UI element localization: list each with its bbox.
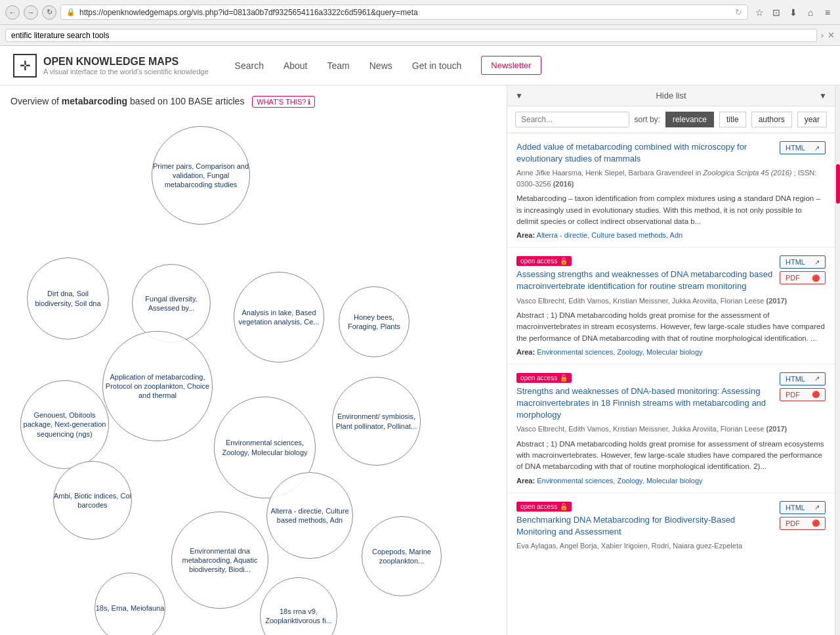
search-close-icon[interactable]: ✕: [828, 30, 835, 40]
browser-search-bar: › ✕: [0, 25, 840, 46]
external-link-icon: ↗: [814, 375, 820, 382]
area-tag[interactable]: Zoology: [617, 477, 642, 485]
html-button[interactable]: HTML ↗: [780, 372, 826, 385]
nav-get-in-touch[interactable]: Get in touch: [412, 60, 462, 71]
open-access-badge: open access 🔓: [516, 373, 572, 383]
pdf-button[interactable]: PDF 🔴: [780, 271, 826, 284]
html-button[interactable]: HTML ↗: [780, 255, 826, 269]
refresh-button[interactable]: ↻: [42, 5, 56, 20]
list-header: ▼ Hide list ▼: [507, 85, 835, 106]
bubble-environment-symbiosis[interactable]: Environment/ symbiosis, Plant pollinator…: [332, 377, 421, 466]
nav-news[interactable]: News: [369, 60, 392, 71]
sort-relevance-button[interactable]: relevance: [665, 112, 714, 127]
info-icon: ℹ: [308, 98, 310, 106]
nav-about[interactable]: About: [284, 60, 308, 71]
whats-this-button[interactable]: WHAT'S THIS? ℹ: [252, 96, 315, 108]
article-item: HTML ↗ PDF 🔴 open access 🔓 Benchmarking …: [507, 493, 835, 563]
bubble-fungal-diversity[interactable]: Fungal diversity, Assessed by...: [132, 264, 211, 343]
sort-year-button[interactable]: year: [797, 112, 827, 127]
article-actions: HTML ↗ PDF 🔴: [780, 255, 826, 284]
download-icon[interactable]: ⬇: [786, 5, 801, 20]
bubble-18s-erna[interactable]: 18s, Erna, Meiofauna: [94, 573, 165, 635]
logo-cross-icon: ✛: [20, 58, 31, 74]
bubble-alterra[interactable]: Alterra - directie, Culture based method…: [266, 472, 353, 559]
article-abstract: Abstract ; 1) DNA metabarcoding holds gr…: [516, 310, 826, 344]
article-item: HTML ↗ PDF 🔴 open access 🔓 Strengths and…: [507, 364, 835, 493]
url-text: https://openknowledgemaps.org/vis.php?id…: [79, 8, 731, 17]
article-abstract: Metabarcoding – taxon identification fro…: [516, 193, 826, 227]
bubble-analysis-lake[interactable]: Analysis in lake, Based vegetation analy…: [234, 272, 324, 362]
external-link-icon: ↗: [814, 504, 820, 511]
article-meta: Vasco Elbrecht, Edith Vamos, Kristian Me…: [516, 296, 826, 307]
bubble-18s-rrna[interactable]: 18s rrna v9, Zooplanktivorous fi...: [260, 577, 337, 635]
area-tag[interactable]: Molecular biology: [646, 477, 703, 485]
sort-label: sort by:: [635, 115, 660, 124]
sort-title-button[interactable]: title: [719, 112, 746, 127]
address-bar[interactable]: 🔒 https://openknowledgemaps.org/vis.php?…: [60, 5, 748, 20]
search-go-icon[interactable]: ›: [821, 30, 824, 40]
nav-search[interactable]: Search: [235, 60, 264, 71]
hide-list-button[interactable]: Hide list: [656, 91, 686, 100]
area-tag[interactable]: Alterra - directie: [537, 231, 588, 239]
newsletter-button[interactable]: Newsletter: [481, 56, 541, 75]
bubble-copepods[interactable]: Copepods, Marine zooplankton...: [362, 516, 442, 596]
sort-authors-button[interactable]: authors: [751, 112, 792, 127]
area-tag[interactable]: Zoology: [617, 348, 642, 356]
bubble-env-dna[interactable]: Environmental dna metabarcoding, Aquatic…: [171, 512, 268, 609]
list-search-input[interactable]: [515, 112, 629, 127]
pdf-icon: 🔴: [812, 519, 820, 527]
bubble-dirt-dna[interactable]: Dirt dna, Soil biodiversity, Soil dna: [27, 257, 109, 339]
logo-subtitle: A visual interface to the world's scient…: [43, 68, 209, 76]
menu-icon[interactable]: ≡: [820, 5, 835, 20]
bubble-ambi[interactable]: Ambi, Biotic indices, Coi barcodes: [53, 461, 132, 540]
open-lock-icon: 🔓: [560, 503, 568, 510]
external-link-icon: ↗: [814, 259, 820, 266]
article-actions: HTML ↗ PDF 🔴: [780, 372, 826, 401]
bubble-primer-pairs[interactable]: Primer pairs, Comparison and validation,…: [152, 126, 250, 225]
bubble-application-metabarcoding[interactable]: Application of metabarcoding, Protocol o…: [102, 331, 213, 441]
open-access-label: open access: [520, 503, 557, 510]
pdf-button[interactable]: PDF 🔴: [780, 388, 826, 401]
bubble-honey-bees[interactable]: Honey bees, Foraging, Plants: [339, 286, 410, 357]
article-item: HTML ↗ PDF 🔴 open access 🔓 Assessing str…: [507, 248, 835, 364]
expand-triangle-icon[interactable]: ▼: [819, 91, 827, 100]
collapse-triangle-icon[interactable]: ▼: [515, 91, 523, 100]
open-access-badge: open access 🔓: [516, 502, 572, 512]
open-access-badge: open access 🔓: [516, 256, 572, 266]
forward-button[interactable]: →: [24, 5, 38, 20]
html-button[interactable]: HTML ↗: [780, 141, 826, 154]
home-icon[interactable]: ⌂: [803, 5, 818, 20]
bubble-genouest[interactable]: Genouest, Obitools package, Next-generat…: [20, 380, 109, 469]
area-tag[interactable]: Adn: [670, 231, 683, 239]
scrollbar-track[interactable]: [835, 85, 840, 635]
nav-links: Search About Team News Get in touch News…: [235, 56, 827, 75]
list-controls: sort by: relevance title authors year: [507, 106, 835, 133]
external-link-icon: ↗: [814, 144, 820, 152]
reader-icon[interactable]: ⊡: [769, 5, 784, 20]
viz-panel: Overview of metabarcoding based on 100 B…: [0, 85, 507, 635]
logo[interactable]: ✛ OPEN KNOWLEDGE MAPS A visual interface…: [13, 54, 209, 77]
lock-icon: 🔒: [66, 8, 75, 16]
back-button[interactable]: ←: [5, 5, 20, 20]
area-tag[interactable]: Molecular biology: [646, 348, 703, 356]
article-area: Area: Alterra - directie, Culture based …: [516, 231, 826, 239]
article-meta: Anne Jifke Haarsma, Henk Siepel, Barbara…: [516, 167, 826, 189]
list-panel-wrapper: ▼ Hide list ▼ sort by: relevance title a…: [507, 85, 840, 635]
pdf-icon: 🔴: [812, 274, 820, 282]
open-lock-icon: 🔓: [560, 257, 568, 265]
html-button[interactable]: HTML ↗: [780, 501, 826, 514]
article-area: Area: Environmental sciences, Zoology, M…: [516, 348, 826, 356]
pdf-button[interactable]: PDF 🔴: [780, 517, 826, 530]
area-tag[interactable]: Culture based methods: [591, 231, 666, 239]
articles-list: HTML ↗ Added value of metabarcoding comb…: [507, 133, 835, 635]
pdf-icon: 🔴: [812, 391, 820, 398]
scrollbar-thumb[interactable]: [836, 164, 840, 204]
article-item: HTML ↗ Added value of metabarcoding comb…: [507, 133, 835, 248]
viz-title: Overview of metabarcoding based on 100 B…: [10, 96, 496, 106]
area-tag[interactable]: Environmental sciences: [537, 348, 613, 356]
browser-search-input[interactable]: [5, 29, 817, 42]
bookmark-star-icon[interactable]: ☆: [752, 5, 766, 20]
nav-team[interactable]: Team: [327, 60, 350, 71]
area-tag[interactable]: Environmental sciences: [537, 477, 613, 485]
reload-icon[interactable]: ↻: [735, 7, 742, 17]
